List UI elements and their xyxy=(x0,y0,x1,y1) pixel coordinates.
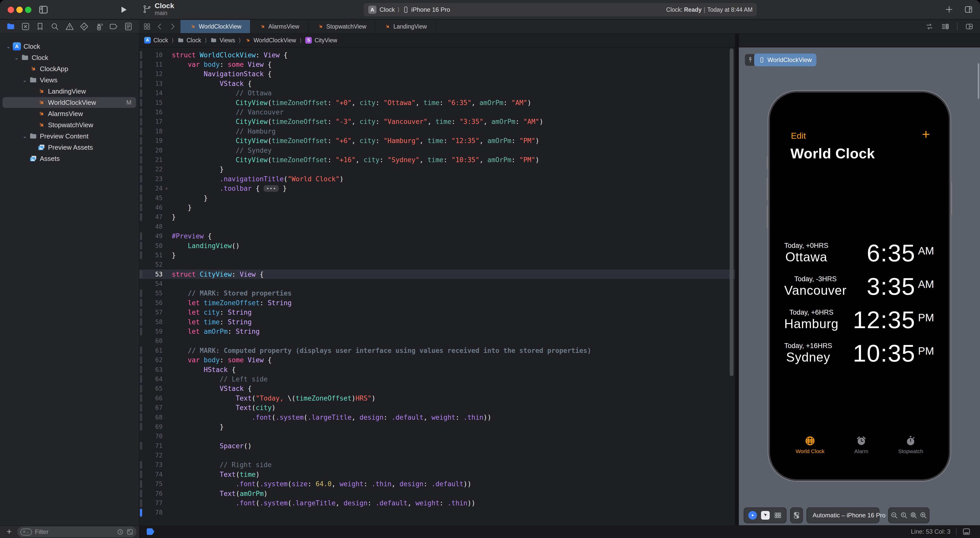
code-line-59[interactable]: 59 let amOrPm: String xyxy=(139,327,735,336)
code-line-52[interactable]: 52 xyxy=(139,260,735,270)
sidebar-item-Clock[interactable]: ⌄Clock xyxy=(0,52,138,63)
breakpoint-indicator[interactable] xyxy=(147,528,154,535)
code-line-75[interactable]: 75 .font(.system(size: 64.0, weight: .th… xyxy=(139,479,735,489)
filter-input[interactable] xyxy=(35,528,114,535)
sidebar-item-Clock[interactable]: ⌄AClock xyxy=(0,41,138,52)
editor-preview-divider[interactable] xyxy=(735,34,739,525)
code-line-10[interactable]: 10struct WorldClockView: View { xyxy=(139,50,735,60)
code-line-66[interactable]: 66 Text("Today, \(timeZoneOffset)HRS") xyxy=(139,394,735,403)
code-line-16[interactable]: 16 // Vancouver xyxy=(139,107,735,117)
code-line-56[interactable]: 56 let timeZoneOffset: String xyxy=(139,298,735,308)
fold-arrow-icon[interactable]: › xyxy=(165,185,168,192)
project-navigator-icon[interactable] xyxy=(6,22,15,31)
edit-button[interactable]: Edit xyxy=(791,131,806,141)
sidebar-item-Preview-Content[interactable]: ⌄Preview Content xyxy=(0,130,138,142)
breadcrumb-item-Views[interactable]: Views xyxy=(210,37,235,44)
breadcrumb-item-Clock[interactable]: AClock xyxy=(144,37,168,44)
code-line-13[interactable]: 13 VStack { xyxy=(139,79,735,88)
zoom-fit-button[interactable] xyxy=(910,511,918,519)
device-settings-button[interactable] xyxy=(792,511,800,519)
zoom-in-button[interactable] xyxy=(919,511,928,519)
library-plus-icon[interactable] xyxy=(945,5,953,14)
code-line-17[interactable]: 17 CityView(timeZoneOffset: "-3", city: … xyxy=(139,117,735,127)
sidebar-item-Preview-Assets[interactable]: Preview Assets xyxy=(0,142,138,153)
add-editor-icon[interactable] xyxy=(965,22,974,30)
scheme-project[interactable]: Clock main xyxy=(142,2,174,16)
go-forward-icon[interactable] xyxy=(169,23,177,30)
code-line-77[interactable]: 77 .font(.system(.largeTitle, design: .d… xyxy=(139,498,735,508)
tab-overview-icon[interactable] xyxy=(143,23,151,30)
source-editor[interactable]: 10struct WorldClockView: View {11 var bo… xyxy=(139,48,735,525)
editor-options-icon[interactable] xyxy=(941,22,950,30)
code-line-58[interactable]: 58 let time: String xyxy=(139,317,735,327)
code-line-54[interactable]: 54 xyxy=(139,279,735,288)
code-line-14[interactable]: 14 // Ottawa xyxy=(139,89,735,98)
code-line-22[interactable]: 22 } xyxy=(139,165,735,174)
code-line-65[interactable]: 65 VStack { xyxy=(139,384,735,394)
code-line-45[interactable]: 45 } xyxy=(139,193,735,203)
phone-tab-World-Clock[interactable]: World Clock xyxy=(796,435,824,454)
chevron-down-icon[interactable]: ⌄ xyxy=(22,77,27,83)
code-line-46[interactable]: 46 } xyxy=(139,203,735,212)
toggle-debug-area-icon[interactable] xyxy=(962,527,971,536)
code-line-62[interactable]: 62 var body: some View { xyxy=(139,355,735,365)
source-control-status-icon[interactable] xyxy=(126,528,134,535)
preview-tab-chip[interactable]: WorldClockView xyxy=(754,54,816,66)
sidebar-item-LandingView[interactable]: LandingView xyxy=(0,86,138,97)
add-city-button[interactable]: + xyxy=(922,126,930,142)
code-line-15[interactable]: 15 CityView(timeZoneOffset: "+0", city: … xyxy=(139,98,735,107)
code-line-47[interactable]: 47} xyxy=(139,213,735,222)
breakpoint-navigator-icon[interactable] xyxy=(109,22,118,31)
code-line-21[interactable]: 21 CityView(timeZoneOffset: "+16", city:… xyxy=(139,155,735,165)
source-control-navigator-icon[interactable] xyxy=(21,22,30,31)
code-line-73[interactable]: 73 // Right side xyxy=(139,460,735,470)
code-line-11[interactable]: 11 var body: some View { xyxy=(139,60,735,69)
issue-navigator-icon[interactable] xyxy=(65,22,74,31)
tab-WorldClockView[interactable]: WorldClockView xyxy=(180,20,250,33)
phone-tab-Stopwatch[interactable]: Stopwatch xyxy=(898,435,923,454)
sidebar-item-Assets[interactable]: Assets xyxy=(0,153,138,164)
tab-AlarmsView[interactable]: AlarmsView xyxy=(250,20,308,33)
code-line-76[interactable]: 76 Text(amOrPm) xyxy=(139,489,735,498)
chevron-down-icon[interactable]: ⌄ xyxy=(14,55,19,61)
sidebar-item-WorldClockView[interactable]: WorldClockViewM xyxy=(0,97,138,108)
code-line-63[interactable]: 63 HStack { xyxy=(139,365,735,374)
tab-StopwatchView[interactable]: StopwatchView xyxy=(308,20,375,33)
breadcrumb-item-CityView[interactable]: SCityView xyxy=(305,37,337,44)
breadcrumb-item-Clock[interactable]: Clock xyxy=(177,37,201,44)
swap-editor-icon[interactable] xyxy=(925,22,934,30)
minimize-window-button[interactable] xyxy=(16,6,23,13)
tab-LandingView[interactable]: LandingView xyxy=(375,20,436,33)
code-line-19[interactable]: 19 CityView(timeZoneOffset: "+6", city: … xyxy=(139,136,735,146)
live-preview-button[interactable] xyxy=(748,511,757,520)
run-button[interactable] xyxy=(119,6,127,14)
code-line-68[interactable]: 68 .font(.system(.largeTitle, design: .d… xyxy=(139,413,735,422)
close-window-button[interactable] xyxy=(8,6,14,13)
zoom-100-button[interactable] xyxy=(900,511,908,519)
go-back-icon[interactable] xyxy=(156,23,164,30)
code-line-50[interactable]: 50 LandingView() xyxy=(139,241,735,251)
code-line-69[interactable]: 69 } xyxy=(139,422,735,432)
add-file-button[interactable]: + xyxy=(6,527,12,536)
code-line-55[interactable]: 55 // MARK: Stored properties xyxy=(139,289,735,298)
sidebar-item-ClockApp[interactable]: ClockApp xyxy=(0,63,138,75)
code-line-64[interactable]: 64 // Left side xyxy=(139,374,735,384)
breadcrumb-item-WorldClockView[interactable]: WorldClockView xyxy=(245,37,296,44)
scheme-app-name[interactable]: Clock xyxy=(380,6,395,13)
code-line-70[interactable]: 70 xyxy=(139,432,735,441)
sidebar-item-StopwatchView[interactable]: StopwatchView xyxy=(0,119,138,130)
code-line-49[interactable]: 49#Preview { xyxy=(139,231,735,241)
debug-navigator-icon[interactable] xyxy=(94,22,103,31)
code-line-60[interactable]: 60 xyxy=(139,336,735,346)
canvas-scrollbar[interactable] xyxy=(978,63,979,99)
selectable-mode-button[interactable] xyxy=(761,511,770,520)
code-line-71[interactable]: 71 Spacer() xyxy=(139,441,735,451)
code-line-23[interactable]: 23 .navigationTitle("World Clock") xyxy=(139,174,735,184)
report-navigator-icon[interactable] xyxy=(124,22,133,31)
scheme-device-name[interactable]: iPhone 16 Pro xyxy=(411,6,450,13)
chevron-down-icon[interactable]: ⌄ xyxy=(22,133,27,139)
find-navigator-icon[interactable] xyxy=(50,22,59,31)
filter-options-icon[interactable]: ≡ ⌄ xyxy=(21,528,32,535)
code-line-18[interactable]: 18 // Hamburg xyxy=(139,127,735,136)
bookmark-navigator-icon[interactable] xyxy=(35,22,45,31)
